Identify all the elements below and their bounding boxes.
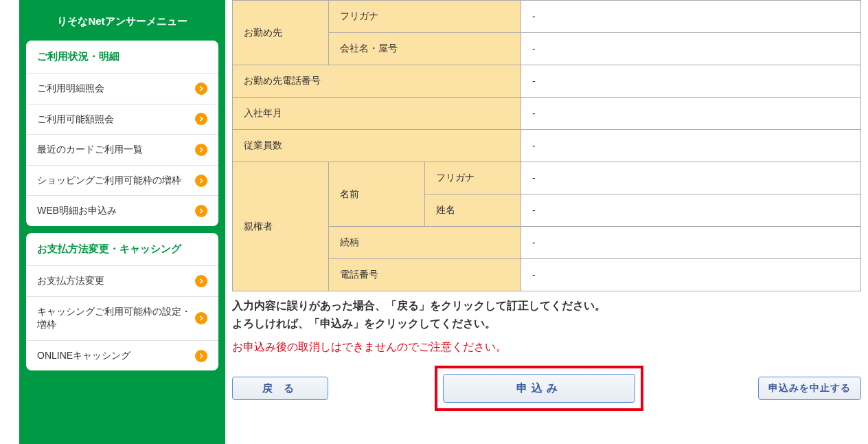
sidebar-item-cashing-limit[interactable]: キャッシングご利用可能枠の設定・増枠 — [26, 296, 218, 340]
cancel-button[interactable]: 申込みを中止する — [758, 377, 861, 400]
menu-group-usage: ご利用状況・明細 ご利用明細照会 ご利用可能額照会 最近のカードご利用一覧 ショ… — [26, 41, 218, 226]
chevron-right-icon — [195, 82, 207, 95]
guardian-label: 親権者 — [233, 162, 329, 291]
sidebar: りそなNetアンサーメニュー ご利用状況・明細 ご利用明細照会 ご利用可能額照会… — [19, 0, 225, 444]
sidebar-item-online-cashing[interactable]: ONLINEキャッシング — [26, 340, 218, 371]
guardian-name-sub-label: 姓名 — [425, 195, 521, 227]
guardian-furigana-label: フリガナ — [425, 162, 521, 195]
guardian-phone-value: - — [521, 259, 861, 291]
chevron-right-icon — [195, 175, 207, 187]
workplace-furigana-label: フリガナ — [329, 1, 521, 33]
chevron-right-icon — [195, 113, 207, 125]
workplace-name-value: - — [521, 33, 861, 65]
sidebar-item-shopping-limit[interactable]: ショッピングご利用可能枠の増枠 — [26, 165, 218, 196]
instruction-line1: 入力内容に誤りがあった場合、「戻る」をクリックして訂正してください。 — [232, 297, 861, 315]
sidebar-item-payment-change[interactable]: お支払方法変更 — [26, 265, 218, 296]
guardian-phone-label: 電話番号 — [329, 259, 521, 291]
back-button[interactable]: 戻 る — [232, 377, 328, 400]
sidebar-item-web-statement[interactable]: WEB明細お申込み — [26, 195, 218, 226]
join-date-value: - — [521, 98, 861, 130]
workplace-furigana-value: - — [521, 1, 861, 33]
chevron-right-icon — [195, 275, 207, 287]
sidebar-item-label: 最近のカードご利用一覧 — [37, 143, 195, 157]
chevron-right-icon — [195, 312, 207, 324]
sidebar-item-label: WEB明細お申込み — [37, 204, 195, 218]
join-date-label: 入社年月 — [233, 98, 521, 130]
sidebar-item-available-amount[interactable]: ご利用可能額照会 — [26, 104, 218, 135]
warning-text: お申込み後の取消しはできませんのでご注意ください。 — [232, 340, 861, 355]
sidebar-item-label: ONLINEキャッシング — [37, 349, 195, 363]
sidebar-item-usage-detail[interactable]: ご利用明細照会 — [26, 73, 218, 104]
workplace-phone-value: - — [521, 65, 861, 98]
guardian-furigana-value: - — [521, 162, 861, 195]
sidebar-item-label: ご利用明細照会 — [37, 82, 195, 96]
button-row: 戻 る 申込み 申込みを中止する — [232, 366, 861, 411]
sidebar-item-label: キャッシングご利用可能枠の設定・増枠 — [37, 305, 195, 332]
guardian-name-label: 名前 — [329, 162, 425, 227]
chevron-right-icon — [195, 350, 207, 362]
employees-label: 従業員数 — [233, 130, 521, 162]
menu-group-title-payment: お支払方法変更・キャッシング — [26, 233, 218, 265]
apply-button[interactable]: 申込み — [443, 374, 635, 403]
menu-group-title-usage: ご利用状況・明細 — [26, 41, 218, 73]
employees-value: - — [521, 130, 861, 162]
main-content: お勤め先 フリガナ - 会社名・屋号 - お勤め先電話番号 - 入社年月 - 従… — [225, 0, 868, 444]
chevron-right-icon — [195, 144, 207, 156]
workplace-label: お勤め先 — [233, 1, 329, 65]
workplace-name-label: 会社名・屋号 — [329, 33, 521, 65]
sidebar-item-recent-usage[interactable]: 最近のカードご利用一覧 — [26, 134, 218, 165]
instruction-text: 入力内容に誤りがあった場合、「戻る」をクリックして訂正してください。 よろしけれ… — [232, 297, 861, 332]
apply-highlight: 申込み — [435, 366, 643, 411]
sidebar-item-label: ショッピングご利用可能枠の増枠 — [37, 174, 195, 188]
workplace-phone-label: お勤め先電話番号 — [233, 65, 521, 98]
sidebar-item-label: ご利用可能額照会 — [37, 113, 195, 126]
chevron-right-icon — [195, 205, 207, 217]
guardian-relation-label: 続柄 — [329, 227, 521, 259]
guardian-relation-value: - — [521, 227, 861, 259]
application-form-table: お勤め先 フリガナ - 会社名・屋号 - お勤め先電話番号 - 入社年月 - 従… — [232, 0, 861, 291]
instruction-line2: よろしければ、「申込み」をクリックしてください。 — [232, 315, 861, 333]
menu-group-payment: お支払方法変更・キャッシング お支払方法変更 キャッシングご利用可能枠の設定・増… — [26, 233, 218, 370]
sidebar-item-label: お支払方法変更 — [37, 274, 195, 288]
sidebar-title: りそなNetアンサーメニュー — [26, 7, 218, 41]
guardian-name-value: - — [521, 195, 861, 227]
